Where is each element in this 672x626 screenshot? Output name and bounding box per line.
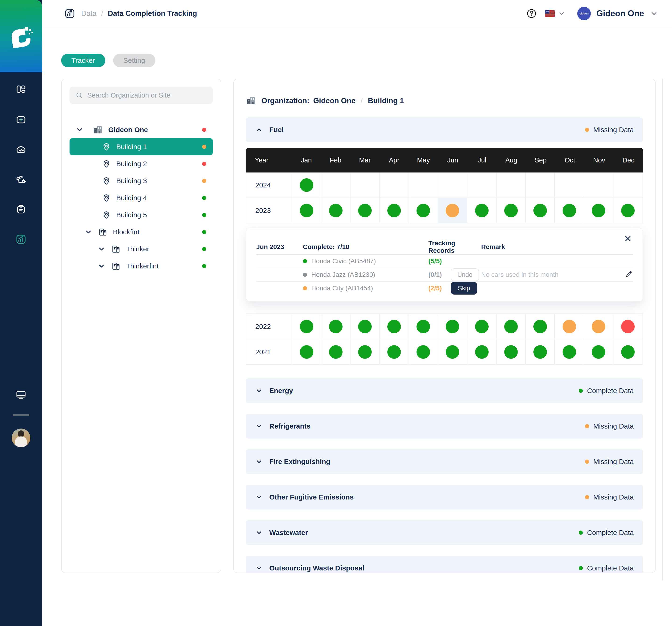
tree-item-thinker[interactable]: Thinker	[70, 240, 213, 257]
section-expand-toggle[interactable]: Wastewater	[255, 529, 308, 537]
month-status-dot-green[interactable]	[329, 204, 342, 217]
skip-button[interactable]: Skip	[451, 282, 477, 295]
search-input[interactable]	[87, 92, 207, 99]
month-status-dot-green[interactable]	[387, 345, 401, 359]
cell-2023-apr[interactable]	[380, 198, 409, 223]
chevron-down-icon[interactable]	[76, 126, 83, 134]
month-status-dot-green[interactable]	[358, 345, 372, 359]
fuel-collapse-toggle[interactable]: Fuel	[255, 126, 284, 134]
month-status-dot-green[interactable]	[416, 345, 430, 359]
tree-item-gideon-one[interactable]: Gideon One	[70, 121, 213, 138]
cell-2021-dec[interactable]	[614, 339, 643, 365]
tree-item-building-2[interactable]: Building 2	[70, 155, 213, 172]
month-status-dot-green[interactable]	[592, 345, 605, 359]
month-status-dot-orange[interactable]	[562, 320, 576, 333]
data-tracking-chart-icon[interactable]	[16, 234, 26, 245]
org-name[interactable]: Gideon One	[313, 96, 355, 105]
section-expand-toggle[interactable]: Energy	[255, 387, 293, 395]
cell-2022-nov[interactable]	[584, 314, 614, 339]
month-status-dot-green[interactable]	[300, 178, 313, 192]
month-status-dot-green[interactable]	[562, 204, 576, 217]
cell-2022-may[interactable]	[409, 314, 438, 339]
monitor-icon[interactable]	[16, 390, 26, 400]
chevron-down-icon[interactable]	[98, 245, 105, 253]
tab-setting[interactable]: Setting	[113, 54, 155, 67]
month-status-dot-green[interactable]	[300, 204, 313, 217]
add-square-icon[interactable]	[16, 114, 26, 125]
month-status-dot-green[interactable]	[562, 345, 576, 359]
cell-2023-may[interactable]	[409, 198, 438, 223]
clipboard-icon[interactable]	[16, 204, 26, 215]
month-status-dot-green[interactable]	[416, 320, 430, 333]
month-status-dot-green[interactable]	[446, 345, 459, 359]
org-avatar[interactable]: gideon	[577, 7, 591, 20]
month-status-dot-green[interactable]	[358, 204, 372, 217]
tree-item-building-1[interactable]: Building 1	[70, 138, 213, 155]
cell-2023-nov[interactable]	[584, 198, 614, 223]
cell-2023-feb[interactable]	[321, 198, 351, 223]
cell-2024-jan[interactable]	[292, 172, 321, 198]
cell-2022-mar[interactable]	[351, 314, 380, 339]
edit-pen-icon[interactable]	[625, 270, 633, 280]
month-status-dot-green[interactable]	[329, 320, 342, 333]
month-status-dot-orange[interactable]	[592, 320, 605, 333]
section-expand-toggle[interactable]: Refrigerants	[255, 422, 311, 430]
close-icon[interactable]	[624, 235, 632, 242]
cell-2022-jun[interactable]	[438, 314, 467, 339]
tree-item-thinkerfint[interactable]: Thinkerfint	[70, 257, 213, 275]
cell-2022-feb[interactable]	[321, 314, 351, 339]
month-status-dot-green[interactable]	[329, 345, 342, 359]
user-menu-chevron-down-icon[interactable]	[650, 9, 658, 18]
month-status-dot-green[interactable]	[533, 320, 547, 333]
language-flag-icon[interactable]	[545, 10, 555, 17]
help-icon[interactable]	[526, 8, 537, 19]
cell-2021-aug[interactable]	[497, 339, 526, 365]
month-status-dot-green[interactable]	[475, 204, 488, 217]
breadcrumb-data[interactable]: Data	[81, 9, 96, 18]
month-status-dot-green[interactable]	[358, 320, 372, 333]
month-status-dot-red[interactable]	[621, 320, 635, 333]
cell-2022-sep[interactable]	[526, 314, 555, 339]
cell-2021-sep[interactable]	[526, 339, 555, 365]
tree-item-building-5[interactable]: Building 5	[70, 206, 213, 223]
month-status-dot-green[interactable]	[387, 204, 401, 217]
dashboard-grid-icon[interactable]	[16, 85, 26, 95]
cell-2021-nov[interactable]	[584, 339, 614, 365]
month-status-dot-green[interactable]	[533, 345, 547, 359]
tree-item-building-3[interactable]: Building 3	[70, 172, 213, 189]
undo-button[interactable]: Undo	[451, 269, 479, 281]
month-status-dot-green[interactable]	[300, 320, 313, 333]
home-analytics-icon[interactable]	[16, 144, 26, 155]
scrollbar[interactable]	[662, 79, 663, 580]
cell-2023-sep[interactable]	[526, 198, 555, 223]
cell-2021-jul[interactable]	[467, 339, 497, 365]
section-expand-toggle[interactable]: Outsourcing Waste Disposal	[255, 564, 364, 572]
month-status-dot-green[interactable]	[446, 320, 459, 333]
plant-energy-icon[interactable]	[16, 174, 26, 185]
cell-2022-jan[interactable]	[292, 314, 321, 339]
cell-2021-apr[interactable]	[380, 339, 409, 365]
tree-item-blockfint[interactable]: Blockfint	[70, 223, 213, 240]
cell-2022-apr[interactable]	[380, 314, 409, 339]
section-expand-toggle[interactable]: Fire Extinguishing	[255, 458, 330, 466]
cell-2021-jun[interactable]	[438, 339, 467, 365]
month-status-dot-green[interactable]	[475, 320, 488, 333]
cell-2021-oct[interactable]	[555, 339, 584, 365]
month-status-dot-orange[interactable]	[446, 204, 459, 217]
cell-2023-jun[interactable]	[438, 198, 467, 223]
month-status-dot-green[interactable]	[300, 345, 313, 359]
cell-2023-oct[interactable]	[555, 198, 584, 223]
month-status-dot-green[interactable]	[621, 345, 635, 359]
cell-2022-dec[interactable]	[614, 314, 643, 339]
cell-2023-dec[interactable]	[614, 198, 643, 223]
user-photo-avatar[interactable]	[12, 428, 30, 447]
app-logo[interactable]	[0, 0, 42, 72]
chevron-down-icon[interactable]	[85, 228, 92, 236]
cell-2021-jan[interactable]	[292, 339, 321, 365]
cell-2022-jul[interactable]	[467, 314, 497, 339]
tree-item-building-4[interactable]: Building 4	[70, 189, 213, 206]
language-chevron-down-icon[interactable]	[558, 10, 565, 17]
cell-2023-jul[interactable]	[467, 198, 497, 223]
month-status-dot-green[interactable]	[533, 204, 547, 217]
month-status-dot-green[interactable]	[504, 345, 518, 359]
